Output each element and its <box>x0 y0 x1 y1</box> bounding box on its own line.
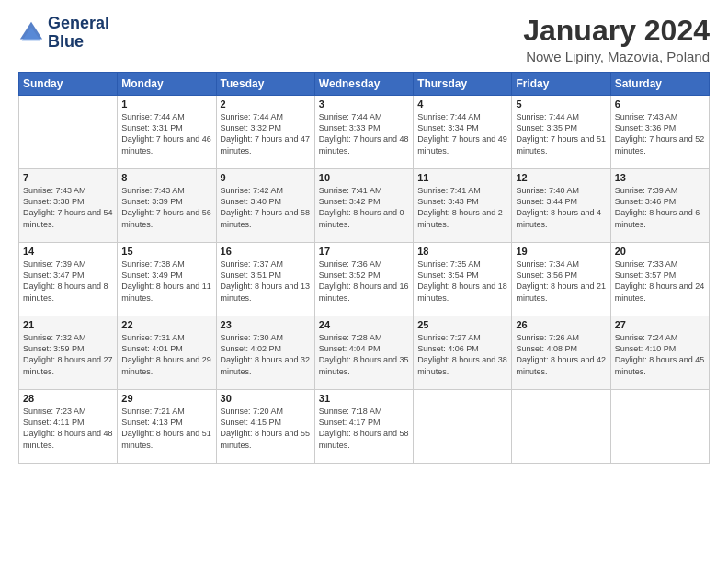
day-number: 24 <box>319 319 409 330</box>
cell-info: Sunrise: 7:34 AMSunset: 3:56 PMDaylight:… <box>516 259 606 304</box>
cell-info: Sunrise: 7:43 AMSunset: 3:39 PMDaylight:… <box>121 185 211 230</box>
cell-info: Sunrise: 7:40 AMSunset: 3:44 PMDaylight:… <box>516 185 606 230</box>
day-number: 27 <box>615 319 705 330</box>
header: General Blue January 2024 Nowe Lipiny, M… <box>18 15 710 64</box>
cell-info: Sunrise: 7:33 AMSunset: 3:57 PMDaylight:… <box>615 259 705 304</box>
logo-text: General Blue <box>48 15 109 52</box>
week-row-1: 7Sunrise: 7:43 AMSunset: 3:38 PMDaylight… <box>19 169 710 243</box>
day-number: 16 <box>221 246 311 257</box>
table-row: 24Sunrise: 7:28 AMSunset: 4:04 PMDayligh… <box>314 316 413 390</box>
cell-info: Sunrise: 7:28 AMSunset: 4:04 PMDaylight:… <box>319 332 409 377</box>
cell-info: Sunrise: 7:41 AMSunset: 3:42 PMDaylight:… <box>319 185 409 230</box>
day-number: 30 <box>221 393 311 404</box>
table-row: 25Sunrise: 7:27 AMSunset: 4:06 PMDayligh… <box>414 316 512 390</box>
page: General Blue January 2024 Nowe Lipiny, M… <box>0 0 728 563</box>
table-row: 29Sunrise: 7:21 AMSunset: 4:13 PMDayligh… <box>118 390 216 464</box>
day-number: 15 <box>121 246 211 257</box>
cell-info: Sunrise: 7:32 AMSunset: 3:59 PMDaylight:… <box>23 332 113 377</box>
table-row: 19Sunrise: 7:34 AMSunset: 3:56 PMDayligh… <box>512 243 610 316</box>
day-number: 31 <box>319 393 409 404</box>
day-number: 14 <box>23 246 113 257</box>
col-saturday: Saturday <box>610 73 709 96</box>
table-row <box>512 390 610 464</box>
day-number: 18 <box>417 246 507 257</box>
day-number: 17 <box>319 246 409 257</box>
table-row: 11Sunrise: 7:41 AMSunset: 3:43 PMDayligh… <box>414 169 512 243</box>
cell-info: Sunrise: 7:21 AMSunset: 4:13 PMDaylight:… <box>121 406 211 451</box>
cell-info: Sunrise: 7:23 AMSunset: 4:11 PMDaylight:… <box>23 406 113 451</box>
day-number: 1 <box>121 98 211 109</box>
table-row: 9Sunrise: 7:42 AMSunset: 3:40 PMDaylight… <box>216 169 314 243</box>
cell-info: Sunrise: 7:39 AMSunset: 3:47 PMDaylight:… <box>23 259 113 304</box>
cell-info: Sunrise: 7:38 AMSunset: 3:49 PMDaylight:… <box>121 259 211 304</box>
day-number: 25 <box>417 319 507 330</box>
day-number: 9 <box>221 172 311 183</box>
cell-info: Sunrise: 7:44 AMSunset: 3:34 PMDaylight:… <box>417 111 507 156</box>
logo-icon <box>18 20 44 46</box>
day-number: 26 <box>516 319 606 330</box>
cell-info: Sunrise: 7:24 AMSunset: 4:10 PMDaylight:… <box>615 332 705 377</box>
day-number: 19 <box>516 246 606 257</box>
day-number: 4 <box>417 98 507 109</box>
table-row: 6Sunrise: 7:43 AMSunset: 3:36 PMDaylight… <box>610 96 709 169</box>
col-monday: Monday <box>118 73 216 96</box>
calendar-table: Sunday Monday Tuesday Wednesday Thursday… <box>18 72 710 464</box>
day-number: 10 <box>319 172 409 183</box>
table-row: 1Sunrise: 7:44 AMSunset: 3:31 PMDaylight… <box>118 96 216 169</box>
table-row <box>610 390 709 464</box>
table-row: 31Sunrise: 7:18 AMSunset: 4:17 PMDayligh… <box>314 390 413 464</box>
day-number: 12 <box>516 172 606 183</box>
table-row: 5Sunrise: 7:44 AMSunset: 3:35 PMDaylight… <box>512 96 610 169</box>
week-row-0: 1Sunrise: 7:44 AMSunset: 3:31 PMDaylight… <box>19 96 710 169</box>
table-row: 15Sunrise: 7:38 AMSunset: 3:49 PMDayligh… <box>118 243 216 316</box>
cell-info: Sunrise: 7:31 AMSunset: 4:01 PMDaylight:… <box>121 332 211 377</box>
cell-info: Sunrise: 7:37 AMSunset: 3:51 PMDaylight:… <box>221 259 311 304</box>
col-thursday: Thursday <box>414 73 512 96</box>
table-row: 14Sunrise: 7:39 AMSunset: 3:47 PMDayligh… <box>19 243 118 316</box>
week-row-4: 28Sunrise: 7:23 AMSunset: 4:11 PMDayligh… <box>19 390 710 464</box>
table-row <box>414 390 512 464</box>
day-number: 20 <box>615 246 705 257</box>
table-row: 2Sunrise: 7:44 AMSunset: 3:32 PMDaylight… <box>216 96 314 169</box>
day-number: 29 <box>121 393 211 404</box>
title-block: January 2024 Nowe Lipiny, Mazovia, Polan… <box>523 15 710 64</box>
cell-info: Sunrise: 7:36 AMSunset: 3:52 PMDaylight:… <box>319 259 409 304</box>
col-sunday: Sunday <box>19 73 118 96</box>
logo: General Blue <box>18 15 109 52</box>
table-row: 7Sunrise: 7:43 AMSunset: 3:38 PMDaylight… <box>19 169 118 243</box>
cell-info: Sunrise: 7:43 AMSunset: 3:36 PMDaylight:… <box>615 111 705 156</box>
col-friday: Friday <box>512 73 610 96</box>
table-row: 21Sunrise: 7:32 AMSunset: 3:59 PMDayligh… <box>19 316 118 390</box>
table-row: 28Sunrise: 7:23 AMSunset: 4:11 PMDayligh… <box>19 390 118 464</box>
table-row <box>19 96 118 169</box>
logo-line1: General <box>48 15 109 33</box>
table-row: 12Sunrise: 7:40 AMSunset: 3:44 PMDayligh… <box>512 169 610 243</box>
table-row: 16Sunrise: 7:37 AMSunset: 3:51 PMDayligh… <box>216 243 314 316</box>
cell-info: Sunrise: 7:44 AMSunset: 3:35 PMDaylight:… <box>516 111 606 156</box>
day-number: 8 <box>121 172 211 183</box>
col-wednesday: Wednesday <box>314 73 413 96</box>
table-row: 10Sunrise: 7:41 AMSunset: 3:42 PMDayligh… <box>314 169 413 243</box>
week-row-3: 21Sunrise: 7:32 AMSunset: 3:59 PMDayligh… <box>19 316 710 390</box>
day-number: 21 <box>23 319 113 330</box>
table-row: 3Sunrise: 7:44 AMSunset: 3:33 PMDaylight… <box>314 96 413 169</box>
table-row: 17Sunrise: 7:36 AMSunset: 3:52 PMDayligh… <box>314 243 413 316</box>
table-row: 26Sunrise: 7:26 AMSunset: 4:08 PMDayligh… <box>512 316 610 390</box>
table-row: 23Sunrise: 7:30 AMSunset: 4:02 PMDayligh… <box>216 316 314 390</box>
cell-info: Sunrise: 7:26 AMSunset: 4:08 PMDaylight:… <box>516 332 606 377</box>
cell-info: Sunrise: 7:20 AMSunset: 4:15 PMDaylight:… <box>221 406 311 451</box>
day-number: 22 <box>121 319 211 330</box>
day-number: 2 <box>221 98 311 109</box>
week-row-2: 14Sunrise: 7:39 AMSunset: 3:47 PMDayligh… <box>19 243 710 316</box>
day-number: 13 <box>615 172 705 183</box>
calendar-subtitle: Nowe Lipiny, Mazovia, Poland <box>523 49 710 64</box>
table-row: 13Sunrise: 7:39 AMSunset: 3:46 PMDayligh… <box>610 169 709 243</box>
calendar-title: January 2024 <box>523 15 710 47</box>
cell-info: Sunrise: 7:41 AMSunset: 3:43 PMDaylight:… <box>417 185 507 230</box>
day-number: 11 <box>417 172 507 183</box>
table-row: 18Sunrise: 7:35 AMSunset: 3:54 PMDayligh… <box>414 243 512 316</box>
day-number: 7 <box>23 172 113 183</box>
cell-info: Sunrise: 7:42 AMSunset: 3:40 PMDaylight:… <box>221 185 311 230</box>
cell-info: Sunrise: 7:44 AMSunset: 3:31 PMDaylight:… <box>121 111 211 156</box>
table-row: 20Sunrise: 7:33 AMSunset: 3:57 PMDayligh… <box>610 243 709 316</box>
